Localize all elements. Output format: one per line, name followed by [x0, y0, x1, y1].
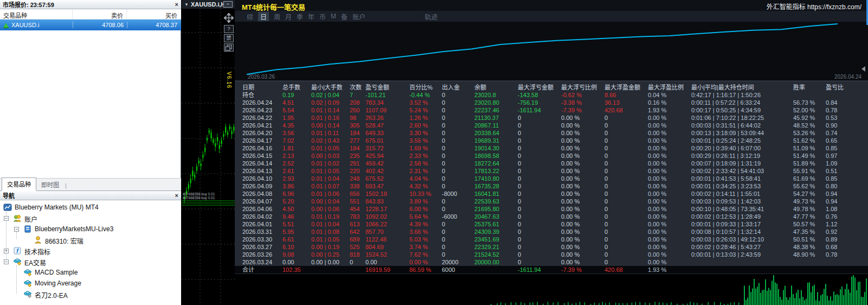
table-cell: 528.47 [365, 122, 384, 129]
table-cell: 0.00 % [648, 182, 666, 190]
table-cell: 0 [605, 236, 608, 243]
server-icon [23, 225, 32, 233]
stats-menu-item-日[interactable]: 日 [258, 12, 269, 21]
table-cell: 0 [442, 99, 445, 106]
table-cell: -1611.94 [518, 266, 541, 274]
tree-item-2[interactable]: −BlueberryMarketsMU-Live3 [0, 224, 181, 234]
table-cell: 0 [518, 182, 521, 190]
table-cell: 6.10 [282, 243, 294, 251]
table-cell: 0.00 % [648, 129, 666, 137]
table-cell: 2026.04.06 [242, 205, 272, 213]
table-cell: -101.21 [365, 91, 385, 99]
table-cell: 5.03 % [409, 236, 428, 243]
table-cell: 675.01 [365, 137, 384, 144]
table-cell: 合计 [242, 266, 254, 274]
table-cell: 0.00 % [648, 175, 666, 182]
table-cell: 86.59 % [409, 266, 431, 274]
table-cell: 0.00 % [648, 258, 666, 266]
table-cell: 1.93 % [648, 106, 666, 114]
stats-menu-item-季[interactable]: 季 [297, 12, 303, 21]
table-cell: 0.00 % [561, 243, 580, 251]
column-header: 最小|平均|最大持仓时间 [691, 82, 754, 91]
market-watch-row-xauusd[interactable]: XAUUSD.i 4708.06 4708.37 [0, 20, 181, 30]
stats-menu-item-年[interactable]: 年 [308, 12, 314, 21]
tab-symbols[interactable]: 交易品种 [2, 177, 36, 191]
table-cell: 0 [605, 175, 608, 182]
tree-item-3[interactable]: 866310: 宏瑞 [0, 234, 181, 245]
table-cell: 2.33 % [409, 152, 428, 160]
table-cell: 55.91 % [793, 167, 815, 175]
table-cell: 263.26 [365, 114, 384, 122]
table-cell: 0 [518, 167, 521, 175]
collapse-icon[interactable]: − [14, 227, 19, 232]
watermark-link[interactable]: 外汇智能指标 https://fxznzb.com/ [767, 2, 861, 11]
tree-item-5[interactable]: −EA交易 [0, 256, 181, 267]
table-row: 2026.04.064.500.00 | 0.064541228.176.00 … [235, 205, 868, 213]
expand-icon[interactable]: + [4, 249, 9, 253]
stats-menu-item-综[interactable]: 综 [247, 12, 253, 21]
tab-tick-chart[interactable]: 即时图 [36, 179, 64, 190]
table-cell: 0 [442, 198, 445, 205]
table-cell: 2026.03.26 [242, 251, 272, 258]
table-cell: 613 [350, 220, 359, 228]
table-cell: 0.01 | 0.06 [311, 190, 339, 198]
tree-item-terminal[interactable]: Blueberry Markets (MU) MT4 [0, 202, 181, 213]
stats-overlay: MT4统计每一笔交易 外汇智能指标 https://fxznzb.com/ 综日… [235, 0, 868, 274]
column-header: 最大浮盈比例 [648, 82, 684, 91]
stats-menu-item-备[interactable]: 备 [341, 12, 348, 21]
table-cell: 22237.46 [474, 106, 499, 114]
stats-menu-item-月[interactable]: 月 [285, 12, 292, 21]
table-separator [235, 81, 868, 81]
table-cell: 47.35 % [793, 228, 815, 236]
collapse-icon[interactable]: − [4, 259, 9, 264]
table-cell: 3.52 % [409, 99, 428, 106]
tree-item-7[interactable]: Moving Average [0, 278, 181, 289]
table-cell: 0 [442, 167, 445, 175]
table-cell: 0.94 [826, 198, 837, 205]
stats-menu-item-轨迹[interactable]: 轨迹 [425, 12, 438, 21]
stats-menu-item-周[interactable]: 周 [274, 12, 280, 21]
table-cell: 0.01 | 0.19 [311, 213, 339, 220]
table-cell: 0.01 | 0.04 [311, 175, 339, 182]
tree-item-8[interactable]: 名刀2.0-EA [0, 289, 181, 300]
table-cell: 0 [442, 182, 445, 190]
ban-button[interactable]: 禁 [224, 34, 234, 42]
table-cell: 0:00:08 | 0:10:57 | 1:32:14 [691, 228, 761, 236]
table-cell: 8.66 [605, 91, 616, 99]
table-cell: 250 [350, 106, 359, 114]
stats-menu-item-账户[interactable]: 账户 [352, 12, 365, 21]
table-cell: 0.00 % [648, 137, 666, 144]
tree-item-6[interactable]: MACD Sample [0, 267, 181, 278]
table-cell: 0 [605, 220, 608, 228]
table-cell: 0 [442, 220, 445, 228]
close-icon[interactable]: × [175, 192, 178, 199]
table-cell: 291 [350, 160, 359, 167]
table-cell: 0:00:01 | 0:41:53 | 5:58:41 [691, 175, 761, 182]
stats-menu-item-M[interactable]: M [331, 12, 336, 20]
table-cell: -143.58 [518, 91, 538, 99]
table-cell: 0.00 | 0.04 [311, 198, 339, 205]
volume-histogram [235, 274, 868, 305]
collapse-icon[interactable]: − [4, 216, 9, 221]
tree-item-4[interactable]: +f技术指标 [0, 245, 181, 256]
help-button[interactable]: ? [224, 25, 234, 33]
table-cell: 23020.80 [474, 99, 499, 106]
table-row: 2026.04.142.520.01 | 0.02291459.422.58 %… [235, 160, 868, 167]
tree-item-label: Moving Average [35, 279, 81, 287]
stats-menu-item-币[interactable]: 币 [319, 12, 326, 21]
move-icon[interactable] [224, 13, 234, 23]
tree-item-1[interactable]: −账户 [0, 213, 181, 224]
table-cell: 0:00:10 | 0:48:05 | 73:35:41 [691, 205, 764, 213]
table-cell: 0.00 % [648, 190, 666, 198]
table-cell: 0 [605, 122, 608, 129]
accounts-icon [13, 214, 22, 223]
table-cell: 0.00 % [561, 114, 580, 122]
table-cell: 0 [442, 251, 445, 258]
table-row: 持仓0.190.02 | 0.047-101.21-0.44 %023020.8… [235, 91, 868, 99]
table-cell: 20467.63 [474, 213, 499, 220]
minimize-button[interactable]: − [223, 1, 233, 8]
table-cell: 0.00 | 0.06 [311, 205, 339, 213]
restore-window-icon[interactable] [224, 43, 234, 52]
table-cell: 0 [442, 129, 445, 137]
close-icon[interactable]: × [175, 1, 178, 8]
